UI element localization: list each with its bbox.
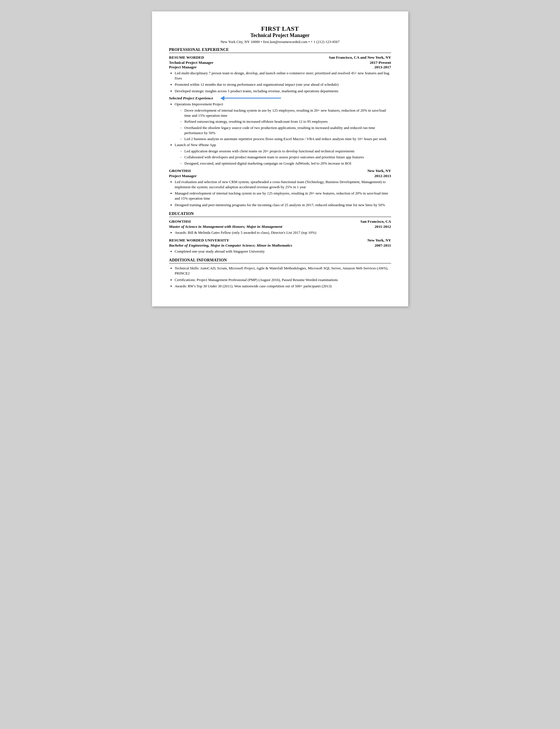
bullet-item: Technical Skills: AutoCAD, Scrum, Micros… — [175, 266, 391, 276]
selected-project-row: Selected Project Experience — [169, 96, 391, 101]
bullet-item: Certifications: Project Management Profe… — [175, 277, 391, 282]
bullet-item: Led evaluation and selection of new CRM … — [175, 179, 391, 190]
school-bullets-1: Awards: Bill & Melinda Gates Fellow (onl… — [175, 230, 391, 235]
professional-experience-section: PROFESSIONAL EXPERIENCE RESUME WORDED Sa… — [169, 48, 391, 208]
arrow-head-icon — [220, 96, 224, 101]
additional-info-bullets: Technical Skills: AutoCAD, Scrum, Micros… — [175, 266, 391, 289]
school-dates-2: 2007-2011 — [375, 243, 391, 248]
job-header-growthsi: GROWTHSI New York, NY — [169, 169, 391, 173]
job-bullets-growthsi: Led evaluation and selection of new CRM … — [175, 179, 391, 208]
school-degree-1: Master of Science in Management with Hon… — [169, 224, 282, 229]
job-growthsi: GROWTHSI New York, NY Project Manager 20… — [169, 169, 391, 208]
sub-bullet: Drove redevelopment of internal tracking… — [180, 108, 391, 118]
job-header-rw: RESUME WORDED San Francisco, CA and New … — [169, 55, 391, 60]
sub-bullet: Overhauled the obsolete legacy source co… — [180, 125, 391, 136]
school-degree-2: Bachelor of Engineering, Major in Comput… — [169, 243, 292, 248]
job-title-rw-1: Technical Project Manager — [169, 60, 214, 65]
school-degree-row-1: Master of Science in Management with Hon… — [169, 224, 391, 229]
company-name-growthsi: GROWTHSI — [169, 169, 191, 173]
arrow-annotation — [220, 96, 281, 101]
school-header-1: GROWTHSI San Francisco, CA — [169, 219, 391, 224]
job-dates-growthsi: 2012-2013 — [374, 174, 391, 178]
school-header-2: RESUME WORDED UNIVERSITY New York, NY — [169, 238, 391, 243]
candidate-contact: New York City, NY 10000 • first.last@res… — [169, 40, 391, 44]
education-heading: EDUCATION — [169, 212, 391, 217]
bullet-item: Promoted within 12 months due to strong … — [175, 82, 391, 87]
job-dates-rw-1: 2017-Present — [370, 60, 391, 65]
resume-page: FIRST LAST Technical Project Manager New… — [152, 11, 408, 306]
job-title-row-rw-2: Project Manager 2013-2017 — [169, 65, 391, 69]
job-title-growthsi: Project Manager — [169, 174, 197, 178]
company-location-rw: San Francisco, CA and New York, NY — [329, 55, 391, 60]
job-bullets-rw: Led multi-disciplinary 7 person team to … — [175, 71, 391, 94]
resume-header: FIRST LAST Technical Project Manager New… — [169, 25, 391, 44]
bullet-item: Managed redevelopment of internal tracki… — [175, 191, 391, 201]
sub-bullet: Designed, executed, and optimized digita… — [180, 161, 391, 166]
school-growthsi: GROWTHSI San Francisco, CA Master of Sci… — [169, 219, 391, 235]
candidate-title: Technical Project Manager — [169, 32, 391, 38]
bullet-item: Awards: Bill & Melinda Gates Fellow (onl… — [175, 230, 391, 235]
job-title-row-rw-1: Technical Project Manager 2017-Present — [169, 60, 391, 65]
sub-bullet: Collaborated with developers and product… — [180, 155, 391, 160]
company-name-rw: RESUME WORDED — [169, 55, 204, 60]
project-name-2: Launch of New iPhone App — [175, 142, 391, 148]
bullet-item: Completed one-year study abroad with Sin… — [175, 249, 391, 254]
additional-info-section: ADDITIONAL INFORMATION Technical Skills:… — [169, 258, 391, 289]
arrow-line — [224, 98, 281, 99]
school-degree-row-2: Bachelor of Engineering, Major in Comput… — [169, 243, 391, 248]
school-location-1: San Francisco, CA — [360, 219, 391, 224]
company-location-growthsi: New York, NY — [367, 169, 391, 173]
school-name-1: GROWTHSI — [169, 219, 191, 224]
school-dates-1: 2011-2012 — [375, 224, 391, 229]
job-resume-worded: RESUME WORDED San Francisco, CA and New … — [169, 55, 391, 166]
sub-bullet: Led application design sessions with cli… — [180, 149, 391, 154]
additional-info-heading: ADDITIONAL INFORMATION — [169, 258, 391, 263]
sub-bullet: Led 2 business analysts to automate repe… — [180, 136, 391, 142]
candidate-name: FIRST LAST — [169, 25, 391, 32]
school-rwu: RESUME WORDED UNIVERSITY New York, NY Ba… — [169, 238, 391, 254]
project-list: Operations Improvement Project Drove red… — [175, 102, 391, 166]
selected-project-label: Selected Project Experience — [169, 96, 213, 101]
sub-bullet: Refined outsourcing strategy, resulting … — [180, 119, 391, 124]
bullet-item: Developed strategic insights across 5 pr… — [175, 89, 391, 94]
bullet-item: Awards: RW's Top 30 Under 30 (2011); Won… — [175, 284, 391, 289]
job-dates-rw-2: 2013-2017 — [374, 65, 391, 69]
project-sub-list-1: Drove redevelopment of internal tracking… — [180, 108, 391, 142]
project-sub-list-2: Led application design sessions with cli… — [180, 149, 391, 166]
project-name-1: Operations Improvement Project — [175, 102, 391, 107]
job-title-row-growthsi: Project Manager 2012-2013 — [169, 174, 391, 178]
school-bullets-2: Completed one-year study abroad with Sin… — [175, 249, 391, 254]
job-title-rw-2: Project Manager — [169, 65, 197, 69]
school-name-2: RESUME WORDED UNIVERSITY — [169, 238, 229, 243]
bullet-item: Designed training and peer-mentoring pro… — [175, 202, 391, 208]
bullet-item: Led multi-disciplinary 7 person team to … — [175, 71, 391, 81]
school-location-2: New York, NY — [367, 238, 391, 243]
professional-experience-heading: PROFESSIONAL EXPERIENCE — [169, 48, 391, 53]
education-section: EDUCATION GROWTHSI San Francisco, CA Mas… — [169, 212, 391, 254]
